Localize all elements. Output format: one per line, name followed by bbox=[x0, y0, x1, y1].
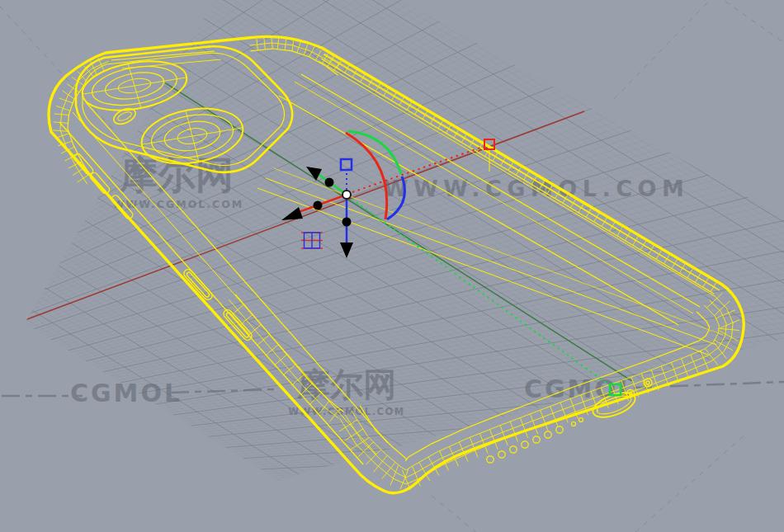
guide-dash-top-right-b bbox=[716, 0, 784, 46]
watermark-site-center: WWW.CGMOL.COM bbox=[384, 176, 690, 201]
gumball-scale-handle[interactable] bbox=[301, 233, 323, 248]
guide-dash-bottom bbox=[432, 496, 479, 532]
gumball-x-dot-handle[interactable] bbox=[314, 201, 323, 210]
guide-dash-top-right-a bbox=[614, 0, 715, 99]
gumball-center-dot[interactable] bbox=[342, 191, 351, 199]
gumball-y-dot-handle[interactable] bbox=[325, 178, 334, 187]
gumball-z-dot-handle[interactable] bbox=[342, 218, 352, 227]
lens-1-isocurve-v bbox=[128, 64, 141, 108]
rhino-perspective-viewport[interactable]: 摩尔网 WWW.CGMOL.COM WWW.CGMOL.COM CGMOL 摩尔… bbox=[0, 0, 784, 532]
watermark-brand-bottom-left: CGMOL bbox=[70, 379, 182, 407]
guide-dash-bottom-right bbox=[635, 433, 747, 532]
construction-plane-grid bbox=[0, 0, 784, 532]
guide-dash-top-left bbox=[0, 7, 116, 132]
